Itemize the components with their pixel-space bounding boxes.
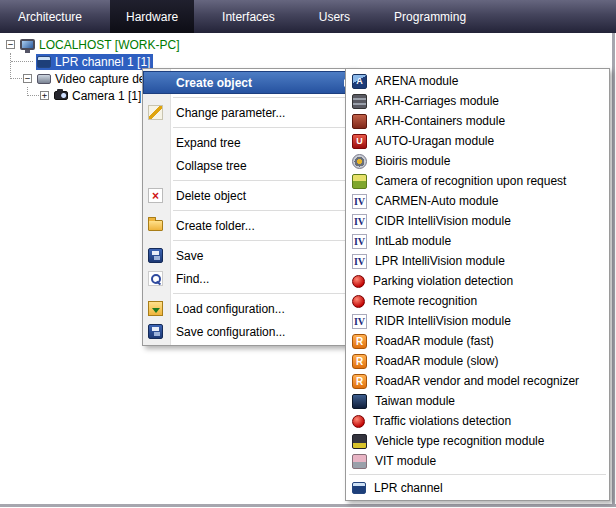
submenu-item-label: AUTO-Uragan module [375, 134, 494, 148]
tree-item[interactable]: LPR channel 1 [1] [36, 54, 153, 70]
menu-item-label: Create folder... [169, 219, 255, 233]
top-menubar: Architecture Hardware Interfaces Users P… [0, 0, 616, 33]
context-menu-item[interactable]: Save configuration... [143, 320, 355, 343]
submenu-item-label: CIDR IntelliVision module [375, 214, 511, 228]
submenu-item-label: ARH-Carriages module [375, 94, 499, 108]
panel-border-bottom [0, 504, 616, 507]
menu-item-icon [148, 135, 163, 150]
submenu-item-label: Camera of recognition upon request [375, 174, 566, 188]
submenu-item[interactable]: LPR channel [346, 478, 609, 498]
submenu-item[interactable]: Remote recognition [346, 291, 609, 311]
submenu-item-label: Vehicle type recognition module [375, 434, 544, 448]
context-menu-item[interactable]: Load configuration... [143, 297, 355, 320]
submenu-item-label: ARH-Containers module [375, 114, 505, 128]
folder-icon [148, 220, 163, 231]
taiwan-icon [352, 394, 367, 409]
submenu-item-label: Bioiris module [375, 154, 450, 168]
letters-icon: IV [352, 234, 367, 249]
red-dot-icon [352, 295, 365, 308]
menubar-item-label: Hardware [126, 10, 178, 24]
submenu-item[interactable]: IV LPR IntelliVision module [346, 251, 609, 271]
menu-separator [173, 127, 352, 128]
submenu-item[interactable]: Parking violation detection [346, 271, 609, 291]
context-menu-item[interactable]: × Delete object [143, 184, 355, 207]
menu-separator [173, 180, 352, 181]
wrench-icon [148, 105, 163, 120]
tree-item[interactable]: LOCALHOST [WORK-PC] [19, 37, 182, 53]
submenu-item[interactable]: Bioiris module [346, 151, 609, 171]
menubar-item[interactable]: Architecture [2, 0, 98, 33]
submenu-item[interactable]: R RoadAR module (fast) [346, 331, 609, 351]
load-icon [148, 301, 163, 316]
submenu-item[interactable]: IV RIDR IntelliVision module [346, 311, 609, 331]
tree-row[interactable]: − LOCALHOST [WORK-PC] [0, 36, 616, 53]
menu-separator [173, 293, 352, 294]
submenu-item[interactable]: Taiwan module [346, 391, 609, 411]
context-menu-item[interactable]: Create folder... [143, 214, 355, 237]
context-menu-item[interactable]: Find... [143, 267, 355, 290]
save-config-icon [148, 324, 163, 339]
app-window: Architecture Hardware Interfaces Users P… [0, 0, 616, 508]
menu-item-label: Change parameter... [169, 106, 285, 120]
menubar-item[interactable]: Interfaces [206, 0, 291, 33]
context-menu-item[interactable]: Expand tree [143, 131, 355, 154]
menubar-item-label: Programming [394, 10, 466, 24]
menubar-item[interactable]: Users [303, 0, 366, 33]
computer-icon [20, 39, 35, 50]
submenu-item[interactable]: Vehicle type recognition module [346, 431, 609, 451]
submenu-item[interactable]: Traffic violations detection [346, 411, 609, 431]
submenu-item-label: IntLab module [375, 234, 451, 248]
submenu-item[interactable]: IV CARMEN-Auto module [346, 191, 609, 211]
tree-item-label: Video capture dev [55, 72, 152, 86]
submenu-item[interactable]: IV IntLab module [346, 231, 609, 251]
submenu-item-label: ARENA module [375, 74, 458, 88]
submenu-item-label: VIT module [375, 454, 436, 468]
submenu-item-label: Traffic violations detection [373, 414, 511, 428]
menu-separator [349, 474, 606, 475]
menu-item-label: Load configuration... [169, 302, 285, 316]
camera-icon [54, 91, 68, 100]
letters-icon: IV [352, 254, 367, 269]
menu-separator [173, 97, 352, 98]
letters-icon: IV [352, 314, 367, 329]
vit-icon [352, 454, 367, 469]
menubar-item[interactable]: Programming [378, 0, 482, 33]
menubar-item-label: Architecture [18, 10, 82, 24]
camera-request-icon [352, 174, 367, 189]
submenu-item-label: Remote recognition [373, 294, 477, 308]
submenu-item[interactable]: ARH-Carriages module [346, 91, 609, 111]
menu-separator [173, 210, 352, 211]
submenu-item[interactable]: R RoadAR vendor and model recognizer [346, 371, 609, 391]
menu-separator [173, 240, 352, 241]
context-menu: Create object Change parameter... Expand… [142, 68, 356, 346]
submenu-item[interactable]: Camera of recognition upon request [346, 171, 609, 191]
vehicle-type-icon [352, 434, 367, 449]
submenu-item-label: Taiwan module [375, 394, 455, 408]
context-menu-item[interactable]: Collapse tree [143, 154, 355, 177]
menubar-item[interactable]: Hardware [110, 0, 194, 33]
create-object-submenu: A ARENA module ARH-Carriages module ARH-… [345, 68, 610, 501]
video-icon [37, 74, 51, 84]
menu-item-icon [148, 75, 163, 90]
context-menu-item[interactable]: Create object [143, 71, 355, 94]
submenu-item[interactable]: VIT module [346, 451, 609, 471]
tree-expander[interactable]: − [23, 74, 32, 83]
submenu-item[interactable]: ARH-Containers module [346, 111, 609, 131]
tree-item[interactable]: Video capture dev [36, 71, 155, 87]
tree-expander[interactable]: + [40, 91, 49, 100]
menu-item-label: Create object [169, 76, 252, 90]
roadar-icon: R [352, 354, 367, 369]
submenu-item[interactable]: U AUTO-Uragan module [346, 131, 609, 151]
tree-expander[interactable]: − [6, 40, 15, 49]
menu-item-label: Find... [169, 272, 209, 286]
context-menu-item[interactable]: Save [143, 244, 355, 267]
tree-item[interactable]: Camera 1 [1] [53, 88, 144, 104]
context-menu-item[interactable]: Change parameter... [143, 101, 355, 124]
submenu-item[interactable]: A ARENA module [346, 71, 609, 91]
find-icon [148, 271, 163, 286]
tree-item-label: LOCALHOST [WORK-PC] [39, 38, 179, 52]
submenu-item[interactable]: R RoadAR module (slow) [346, 351, 609, 371]
auto-uragan-icon: U [352, 134, 367, 149]
submenu-item[interactable]: IV CIDR IntelliVision module [346, 211, 609, 231]
bioiris-icon [352, 154, 367, 169]
